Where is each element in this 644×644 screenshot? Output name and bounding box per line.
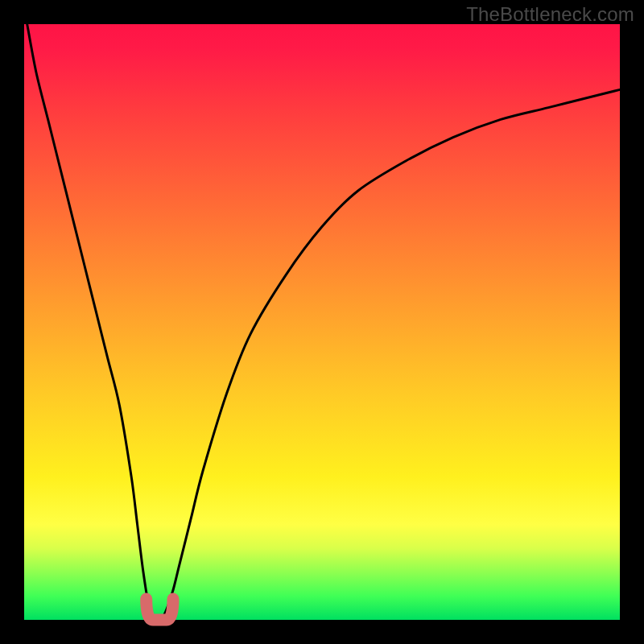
plot-area	[24, 24, 620, 620]
bottleneck-minimum-highlight	[147, 599, 173, 620]
chart-frame: TheBottleneck.com	[0, 0, 644, 644]
curve-overlay	[24, 24, 620, 620]
bottleneck-curve-line	[27, 24, 620, 621]
watermark-text: TheBottleneck.com	[466, 3, 634, 26]
